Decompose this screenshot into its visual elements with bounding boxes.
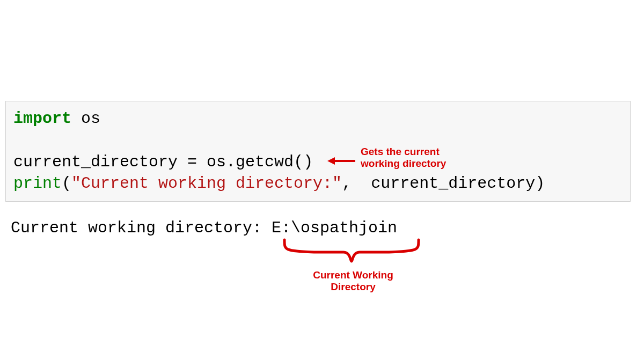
open-paren: ( — [62, 174, 71, 193]
annotation-gets-cwd: Gets the current working directory — [361, 146, 446, 170]
annotation-gets-cwd-text: Gets the current working directory — [361, 146, 446, 169]
var-current-directory: current_directory — [13, 153, 187, 171]
code-line-1: import os — [13, 108, 623, 130]
fn-print: print — [13, 174, 62, 193]
keyword-import: import — [13, 109, 71, 128]
code-line-3: print("Current working directory:", curr… — [13, 173, 623, 195]
close-paren: ) — [535, 174, 545, 193]
svg-marker-1 — [327, 157, 335, 165]
dot: . — [226, 153, 236, 171]
fn-getcwd: getcwd — [236, 153, 294, 171]
arrow-left-icon — [327, 156, 355, 166]
arg-current-directory: current_directory — [371, 174, 535, 193]
parens: () — [294, 153, 313, 171]
os-obj: os — [207, 153, 226, 171]
code-block: import os current_directory = os.getcwd(… — [5, 101, 631, 202]
comma: , — [342, 174, 371, 193]
string-literal: "Current working directory:" — [71, 174, 342, 193]
module-os: os — [71, 109, 100, 128]
annotation-cwd-label-text: Current Working Directory — [313, 269, 393, 292]
equals: = — [187, 153, 207, 171]
output-line: Current working directory: E:\ospathjoin — [11, 219, 397, 237]
blank-line — [13, 130, 623, 151]
curly-brace-icon — [282, 237, 421, 264]
code-line-2: current_directory = os.getcwd() — [13, 151, 623, 173]
annotation-cwd-label: Current Working Directory — [283, 269, 423, 293]
